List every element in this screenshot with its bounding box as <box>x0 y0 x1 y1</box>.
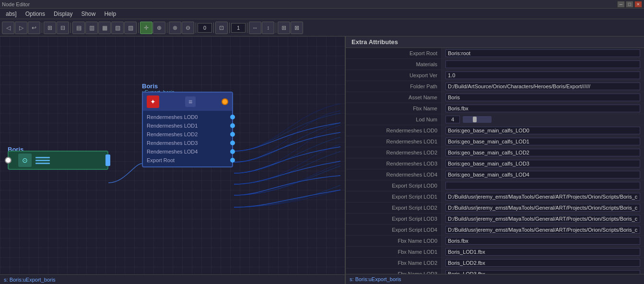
uexport-node-header: ✦ ≡ <box>143 93 232 111</box>
toolbar-btn-12[interactable]: ⊖ <box>182 22 194 34</box>
attr-value-asset-name[interactable] <box>442 92 644 103</box>
attr-input-materials[interactable] <box>445 60 640 68</box>
attr-value-rm-lod3[interactable] <box>442 158 644 169</box>
attr-input-export-root[interactable] <box>445 49 640 57</box>
attr-input-rm-lod3[interactable] <box>445 160 640 167</box>
attr-label-uexport-ver: Uexport Ver <box>346 70 442 81</box>
attr-input-rm-lod0[interactable] <box>445 127 640 134</box>
node-root-line-1 <box>35 157 50 158</box>
attr-input-fbx-name[interactable] <box>445 105 640 112</box>
toolbar-btn-8[interactable]: ▧ <box>111 22 124 34</box>
attr-input-fbxname-lod2[interactable] <box>445 259 640 267</box>
toolbar-btn-0[interactable]: ◁ <box>2 22 14 34</box>
attr-value-fbxname-lod3[interactable] <box>442 269 644 274</box>
boris-root-node[interactable]: ⊙ <box>8 151 108 170</box>
uexport-row-5: Export Root <box>143 156 232 165</box>
attr-label-es-lod3: Export Script LOD3 <box>346 213 442 224</box>
main-area: Boris root ⊙ Boris uExport_boris ✦ ≡ <box>0 36 644 284</box>
attr-label-es-lod2: Export Script LOD2 <box>346 202 442 213</box>
attr-input-uexport-ver[interactable] <box>445 71 640 79</box>
attr-value-lod-num[interactable] <box>442 114 644 125</box>
lod-num-input[interactable] <box>445 116 460 123</box>
menu-options[interactable]: Options <box>22 10 49 18</box>
canvas-status-text: s: Boris:uExport_boris <box>4 277 56 283</box>
attr-value-fbxname-lod0[interactable] <box>442 236 644 246</box>
toolbar-btn-14[interactable]: ↔ <box>249 22 261 34</box>
toolbar-btn-3[interactable]: ⊞ <box>44 22 56 34</box>
attr-input-es-lod0[interactable] <box>445 182 640 189</box>
attr-row-es-lod3: Export Script LOD3 <box>346 213 644 225</box>
attr-value-es-lod3[interactable] <box>442 213 644 224</box>
title-bar-controls: ─ □ ✕ <box>617 1 642 8</box>
toolbar-btn-13[interactable]: ⊡ <box>215 22 228 34</box>
attr-input-es-lod3[interactable] <box>445 215 640 223</box>
attr-input-folder-path[interactable] <box>445 83 640 90</box>
attr-value-materials[interactable] <box>442 59 644 70</box>
attr-value-rm-lod2[interactable] <box>442 147 644 158</box>
attr-row-fbxname-lod3: Fbx Name LOD3 <box>346 269 644 274</box>
attr-value-rm-lod1[interactable] <box>442 136 644 147</box>
attr-panel-title: Extra Attributes <box>346 36 644 48</box>
attr-table[interactable]: Export Root Materials Uexport Ver <box>346 48 644 274</box>
attr-input-asset-name[interactable] <box>445 94 640 101</box>
attr-input-rm-lod2[interactable] <box>445 149 640 156</box>
attr-value-rm-lod0[interactable] <box>442 125 644 136</box>
toolbar-btn-10[interactable]: ⊕ <box>153 22 165 34</box>
attr-value-rm-lod4[interactable] <box>442 169 644 180</box>
toolbar-btn-11[interactable]: ⊗ <box>169 22 181 34</box>
attr-value-folder-path[interactable] <box>442 81 644 92</box>
uexport-node[interactable]: ✦ ≡ Rendermeshes LOD0 Rendermeshes LOD1 … <box>142 92 233 167</box>
attr-input-fbxname-lod1[interactable] <box>445 248 640 256</box>
attr-value-es-lod2[interactable] <box>442 202 644 213</box>
toolbar-btn-4[interactable]: ⊟ <box>57 22 69 34</box>
toolbar-btn-2[interactable]: ↩ <box>28 22 40 34</box>
attr-input-fbxname-lod3[interactable] <box>445 270 640 274</box>
attr-input-es-lod4[interactable] <box>445 226 640 234</box>
attr-input-es-lod1[interactable] <box>445 193 640 201</box>
attr-value-export-root[interactable] <box>442 48 644 59</box>
menu-abs[interactable]: abs] <box>2 10 21 18</box>
toolbar-input-zoom[interactable] <box>231 23 246 33</box>
attr-value-fbx-name[interactable] <box>442 103 644 114</box>
toolbar-btn-5[interactable]: ▤ <box>72 22 85 34</box>
toolbar-btn-7[interactable]: ▦ <box>98 22 111 34</box>
attr-value-uexport-ver[interactable] <box>442 70 644 81</box>
toolbar-btn-6[interactable]: ▥ <box>85 22 98 34</box>
menu-display[interactable]: Display <box>50 10 76 18</box>
uexport-row-label-2: Rendermeshes LOD2 <box>147 131 198 137</box>
attr-input-rm-lod4[interactable] <box>445 171 640 178</box>
uexport-node-menu-btn[interactable]: ≡ <box>185 96 196 107</box>
toolbar-btn-grid[interactable]: ⊞ <box>278 22 290 34</box>
attr-row-rm-lod4: Rendermeshes LOD4 <box>346 169 644 180</box>
attr-input-fbxname-lod0[interactable] <box>445 237 640 245</box>
toolbar-btn-16[interactable]: ⊠ <box>291 22 303 34</box>
close-button[interactable]: ✕ <box>634 1 642 8</box>
menu-help[interactable]: Help <box>100 10 120 18</box>
attr-value-es-lod4[interactable] <box>442 225 644 235</box>
attr-row-rm-lod2: Rendermeshes LOD2 <box>346 147 644 158</box>
attr-value-fbxname-lod2[interactable] <box>442 258 644 268</box>
attr-value-fbxname-lod1[interactable] <box>442 247 644 257</box>
maximize-button[interactable]: □ <box>626 1 633 8</box>
toolbar-sep-3 <box>138 23 139 33</box>
toolbar-sep-9 <box>276 23 276 33</box>
attr-row-rm-lod0: Rendermeshes LOD0 <box>346 125 644 136</box>
attr-label-lod-num: Lod Num <box>346 114 442 125</box>
toolbar-btn-1[interactable]: ▷ <box>15 22 27 34</box>
attr-footer-value: Boris:uExport_boris <box>355 276 401 282</box>
attr-value-es-lod1[interactable] <box>442 191 644 202</box>
attr-row-es-lod4: Export Script LOD4 <box>346 225 644 236</box>
toolbar-btn-9[interactable]: ▨ <box>124 22 137 34</box>
toolbar-input-x[interactable] <box>198 23 212 33</box>
attr-input-es-lod2[interactable] <box>445 204 640 212</box>
toolbar-btn-select[interactable]: ✛ <box>140 22 152 34</box>
lod-slider[interactable] <box>463 116 492 123</box>
attr-input-rm-lod1[interactable] <box>445 138 640 145</box>
uexport-row-label-0: Rendermeshes LOD0 <box>147 114 198 120</box>
attr-value-es-lod0[interactable] <box>442 180 644 191</box>
minimize-button[interactable]: ─ <box>617 1 625 8</box>
uexport-row-label-4: Rendermeshes LOD4 <box>147 149 198 154</box>
toolbar-btn-15[interactable]: ↕ <box>262 22 274 34</box>
canvas-area[interactable]: Boris root ⊙ Boris uExport_boris ✦ ≡ <box>0 36 345 284</box>
menu-show[interactable]: Show <box>77 10 99 18</box>
